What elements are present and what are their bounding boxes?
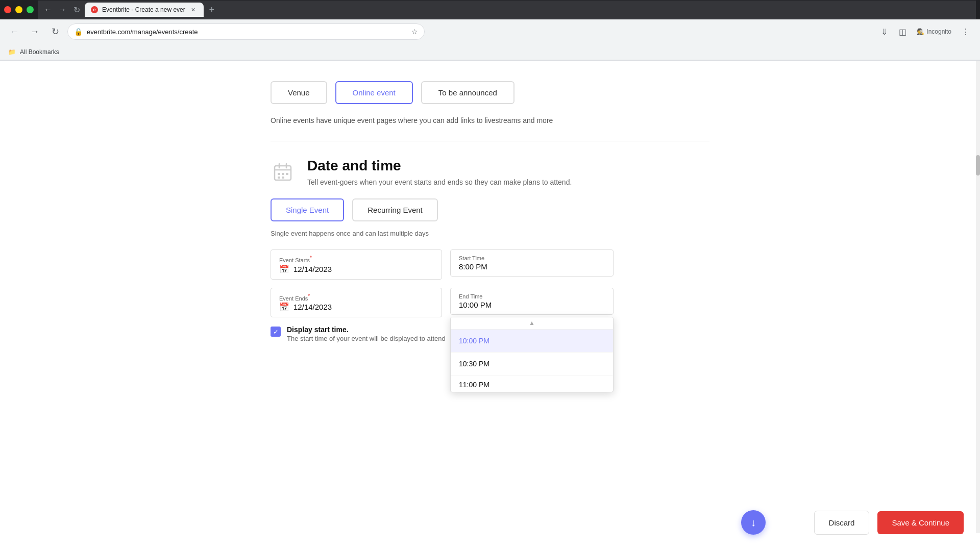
forward-btn[interactable]: → — [27, 23, 43, 40]
checkmark-icon: ✓ — [273, 328, 279, 336]
svg-rect-7 — [278, 177, 280, 179]
start-time-value: 8:00 PM — [459, 262, 605, 271]
lock-icon: 🔒 — [74, 28, 83, 36]
display-start-time-checkbox[interactable]: ✓ — [271, 327, 281, 337]
start-time-input[interactable]: Start Time 8:00 PM — [450, 249, 614, 277]
calendar-ends-icon: 📅 — [279, 302, 289, 312]
tab-history-forward[interactable]: → — [56, 4, 68, 16]
event-starts-input[interactable]: Event Starts* 📅 12/14/2023 — [271, 249, 442, 280]
dropdown-option-1030pm[interactable]: 10:30 PM — [451, 353, 613, 375]
url-text: eventbrite.com/manage/events/create — [87, 28, 407, 36]
browser-toolbar: ⇓ ◫ 🕵 Incognito ⋮ — [876, 23, 974, 40]
display-start-time-text: Display start time. The start time of yo… — [287, 325, 446, 343]
maximize-window-btn[interactable]: + — [27, 6, 34, 13]
tab-reload[interactable]: ↻ — [70, 4, 83, 16]
single-event-btn[interactable]: Single Event — [271, 198, 344, 221]
end-time-input[interactable]: End Time 10:00 PM — [450, 288, 614, 315]
incognito-icon: 🕵 — [917, 28, 924, 35]
event-ends-label: Event Ends* — [279, 293, 433, 302]
svg-rect-6 — [286, 173, 288, 175]
svg-rect-5 — [282, 173, 284, 175]
event-ends-row: Event Ends* 📅 12/14/2023 End Time 10:00 … — [271, 288, 709, 318]
svg-rect-8 — [282, 177, 284, 179]
new-tab-button[interactable]: + — [206, 4, 218, 16]
tba-btn[interactable]: To be announced — [421, 81, 514, 104]
location-description: Online events have unique event pages wh… — [271, 116, 709, 124]
calendar-starts-icon: 📅 — [279, 264, 289, 274]
window-controls: ✕ − + — [4, 6, 34, 13]
dropdown-scroll-up[interactable]: ▲ — [451, 317, 613, 330]
recurring-event-btn[interactable]: Recurring Event — [352, 198, 438, 221]
event-starts-label: Event Starts* — [279, 255, 433, 263]
venue-btn[interactable]: Venue — [271, 81, 327, 104]
page-content: Venue Online event To be announced Onlin… — [0, 61, 980, 533]
online-event-btn[interactable]: Online event — [335, 81, 413, 104]
dropdown-option-1100pm[interactable]: 11:00 PM — [451, 375, 613, 392]
datetime-title-block: Date and time Tell event-goers when your… — [307, 158, 572, 186]
scrollbar-thumb[interactable] — [976, 155, 980, 176]
bottom-actions: Discard Save & Continue — [814, 511, 964, 535]
incognito-badge: 🕵 Incognito — [913, 26, 955, 37]
tab-bar: ← → ↻ e Eventbrite - Create a new ever ✕… — [38, 1, 976, 19]
datetime-section-header: Date and time Tell event-goers when your… — [271, 158, 709, 186]
address-bar-actions: ☆ — [411, 28, 418, 36]
bookmarks-bar: 📁 All Bookmarks — [0, 44, 980, 60]
titlebar: ✕ − + ← → ↻ e Eventbrite - Create a new … — [0, 0, 980, 19]
event-starts-value: 📅 12/14/2023 — [279, 264, 433, 274]
event-type-description: Single event happens once and can last m… — [271, 230, 709, 237]
scroll-down-fab[interactable]: ↓ — [741, 510, 766, 535]
event-ends-input[interactable]: Event Ends* 📅 12/14/2023 — [271, 288, 442, 318]
svg-rect-4 — [278, 173, 280, 175]
end-time-dropdown: ▲ 10:00 PM 10:30 PM 11:00 PM — [450, 317, 614, 392]
tab-title: Eventbrite - Create a new ever — [102, 6, 185, 13]
start-time-label: Start Time — [459, 255, 605, 261]
address-bar-row: ← → ↻ 🔒 eventbrite.com/manage/events/cre… — [0, 19, 980, 44]
menu-btn[interactable]: ⋮ — [958, 23, 974, 40]
event-starts-row: Event Starts* 📅 12/14/2023 Start Time 8:… — [271, 249, 709, 280]
location-type-selector: Venue Online event To be announced — [271, 81, 709, 104]
end-time-value: 10:00 PM — [459, 300, 605, 309]
save-continue-button[interactable]: Save & Continue — [877, 511, 964, 534]
discard-button[interactable]: Discard — [814, 511, 870, 535]
reload-btn[interactable]: ↻ — [47, 23, 63, 40]
tab-close-btn[interactable]: ✕ — [189, 6, 198, 14]
close-window-btn[interactable]: ✕ — [4, 6, 11, 13]
bookmark-star-icon[interactable]: ☆ — [411, 28, 418, 36]
scroll-down-icon: ↓ — [751, 517, 756, 529]
event-type-selector: Single Event Recurring Event — [271, 198, 709, 221]
calendar-section-icon — [271, 160, 295, 184]
address-security-icon: 🔒 — [74, 28, 83, 36]
minimize-window-btn[interactable]: − — [15, 6, 22, 13]
tab-history-back[interactable]: ← — [42, 4, 54, 16]
datetime-section-title: Date and time — [307, 158, 572, 174]
datetime-section-desc: Tell event-goers when your event starts … — [307, 178, 572, 186]
section-divider — [271, 141, 709, 141]
downloads-btn[interactable]: ⇓ — [876, 23, 892, 40]
scrollbar-track — [976, 61, 980, 533]
bookmarks-label[interactable]: All Bookmarks — [20, 48, 59, 56]
dropdown-option-1000pm[interactable]: 10:00 PM — [451, 330, 613, 353]
tab-favicon-icon: e — [91, 6, 98, 13]
bookmarks-folder-icon: 📁 — [8, 48, 16, 56]
address-bar[interactable]: 🔒 eventbrite.com/manage/events/create ☆ — [67, 23, 425, 40]
event-ends-value: 📅 12/14/2023 — [279, 302, 433, 312]
back-btn[interactable]: ← — [6, 23, 22, 40]
browser-tab-active[interactable]: e Eventbrite - Create a new ever ✕ — [85, 3, 204, 17]
end-time-label: End Time — [459, 293, 605, 299]
extensions-btn[interactable]: ◫ — [894, 23, 911, 40]
